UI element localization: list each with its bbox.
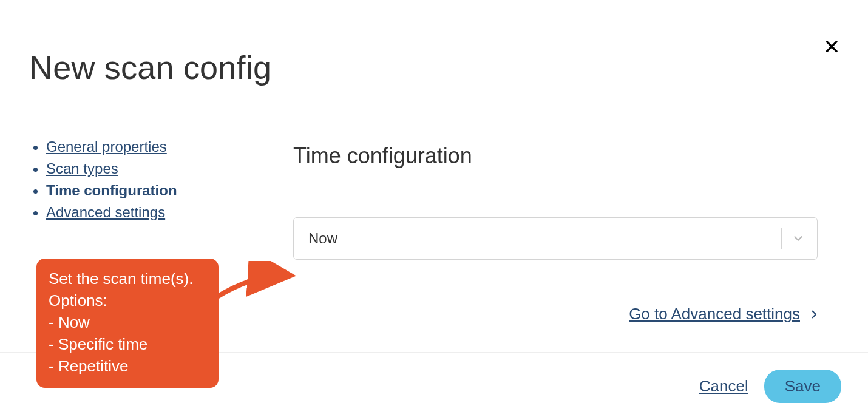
section-title: Time configuration xyxy=(293,143,839,169)
nav-item-advanced-settings[interactable]: Advanced settings xyxy=(46,202,254,223)
nav-item-time-configuration[interactable]: Time configuration xyxy=(46,180,254,202)
chevron-right-icon xyxy=(809,306,819,323)
close-button[interactable]: ✕ xyxy=(823,36,840,57)
main-panel: Time configuration Now Go to Advanced se… xyxy=(266,136,839,353)
time-select-value: Now xyxy=(308,230,337,247)
nav-link-general-properties[interactable]: General properties xyxy=(46,138,167,155)
page-title: New scan config xyxy=(29,49,271,86)
chevron-down-icon xyxy=(792,232,805,245)
nav-link-advanced-settings[interactable]: Advanced settings xyxy=(46,204,165,220)
nav-item-general-properties[interactable]: General properties xyxy=(46,136,254,158)
annotation-text: Set the scan time(s). Options: - Now - S… xyxy=(49,269,193,375)
select-separator xyxy=(781,228,782,249)
nav-item-scan-types[interactable]: Scan types xyxy=(46,158,254,180)
go-to-advanced-settings[interactable]: Go to Advanced settings xyxy=(629,305,819,323)
nav-link-scan-types[interactable]: Scan types xyxy=(46,160,118,177)
wizard-nav-list: General properties Scan types Time confi… xyxy=(29,136,254,223)
nav-label-time-configuration: Time configuration xyxy=(46,182,177,198)
cancel-button[interactable]: Cancel xyxy=(699,377,748,396)
dialog-footer: Cancel Save xyxy=(699,370,841,403)
close-icon: ✕ xyxy=(823,35,840,58)
time-select[interactable]: Now xyxy=(293,217,818,260)
save-button[interactable]: Save xyxy=(764,370,841,403)
annotation-callout: Set the scan time(s). Options: - Now - S… xyxy=(36,259,219,388)
advanced-settings-link[interactable]: Go to Advanced settings xyxy=(629,305,800,323)
